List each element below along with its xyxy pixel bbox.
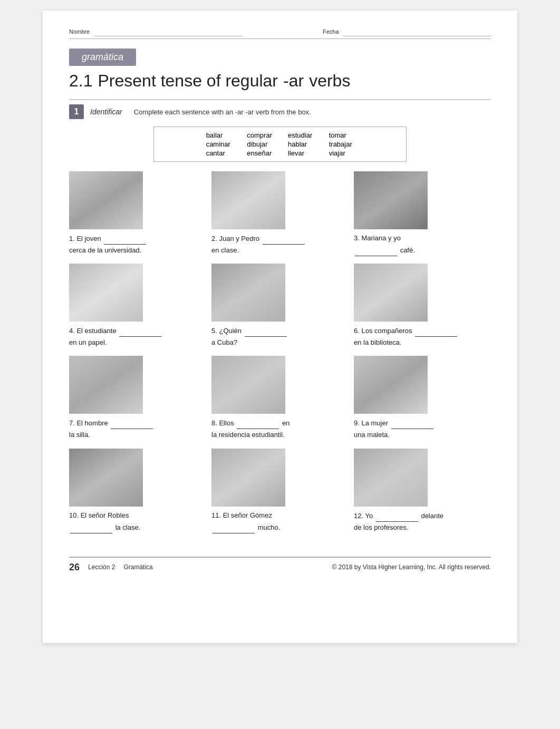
exercise-3-image — [354, 171, 428, 229]
activity-number: 1 — [69, 104, 84, 119]
word-box-inner: bailar comprar estudiar tomar caminar di… — [206, 131, 354, 157]
image-placeholder-8 — [211, 356, 285, 414]
ex5-num: 5. ¿Quién — [211, 327, 244, 335]
ex11-blank[interactable] — [213, 521, 255, 533]
nombre-field[interactable] — [94, 26, 242, 36]
activity-header: 1 Identificar Complete each sentence wit… — [69, 99, 491, 119]
ex10-blank[interactable] — [70, 521, 112, 533]
ex7-blank[interactable] — [111, 417, 153, 429]
ex8-mid: en — [282, 419, 289, 427]
section-title: 2.1 Present tense of regular -ar verbs — [69, 71, 491, 91]
word-box: bailar comprar estudiar tomar caminar di… — [153, 127, 407, 162]
image-placeholder-2 — [211, 171, 285, 229]
ex3-rest: café. — [400, 246, 415, 254]
ex3-num: 3. Mariana y yo — [354, 234, 401, 242]
ex8-rest: la residencia estudiantil. — [211, 431, 285, 439]
exercise-2-sentence: 2. Juan y Pedro en clase. — [211, 232, 306, 256]
ex9-blank[interactable] — [391, 417, 433, 429]
ex1-blank[interactable] — [104, 232, 146, 245]
ex1-rest: cerca de la universidad. — [69, 246, 141, 254]
ex12-mid: delante — [421, 512, 443, 520]
exercise-7: 7. El hombre la silla. — [69, 356, 206, 441]
image-placeholder-5 — [211, 264, 285, 322]
exercise-9-sentence: 9. La mujer una maleta. — [354, 417, 435, 441]
exercise-5: 5. ¿Quién a Cuba? — [211, 264, 349, 348]
ex4-rest: en un papel. — [69, 338, 107, 346]
exercise-7-sentence: 7. El hombre la silla. — [69, 417, 154, 441]
exercise-1-sentence: 1. El joven cerca de la universidad. — [69, 232, 147, 256]
header: Nombre Fecha — [69, 26, 491, 39]
word-2: comprar — [247, 131, 272, 139]
ex4-num: 4. El estudiante — [69, 327, 118, 335]
exercise-6-sentence: 6. Los compañeros en la biblioteca. — [354, 325, 458, 348]
fecha-field[interactable] — [343, 26, 491, 36]
ex1-num: 1. El joven — [69, 235, 103, 242]
word-9: cantar — [206, 149, 231, 157]
exercise-8-image — [211, 356, 285, 414]
ex2-num: 2. Juan y Pedro — [211, 235, 262, 242]
exercise-6-image — [354, 264, 428, 322]
ex6-blank[interactable] — [415, 325, 457, 337]
exercise-11-image — [211, 449, 285, 507]
exercise-10: 10. El señor Robles la clase. — [69, 449, 206, 533]
exercise-7-image — [69, 356, 143, 414]
ex11-rest: mucho. — [258, 523, 281, 531]
ex8-blank[interactable] — [237, 417, 279, 429]
exercise-5-image — [211, 264, 285, 322]
exercise-3: 3. Mariana y yo café. — [354, 171, 491, 256]
word-1: bailar — [206, 131, 231, 139]
exercises-grid: 1. El joven cerca de la universidad. 2. … — [69, 171, 491, 541]
word-8: trabajar — [329, 140, 354, 148]
exercise-4: 4. El estudiante en un papel. — [69, 264, 206, 348]
ex10-num: 10. El señor Robles — [69, 511, 129, 519]
word-12: viajar — [329, 149, 354, 157]
ex6-rest: en la biblioteca. — [354, 338, 401, 346]
exercise-1: 1. El joven cerca de la universidad. — [69, 171, 206, 256]
exercise-4-sentence: 4. El estudiante en un papel. — [69, 325, 162, 348]
image-placeholder-9 — [354, 356, 428, 414]
word-7: hablar — [288, 140, 313, 148]
ex7-num: 7. El hombre — [69, 419, 110, 427]
ex12-blank[interactable] — [376, 510, 418, 522]
word-6: dibujar — [247, 140, 272, 148]
exercise-2: 2. Juan y Pedro en clase. — [211, 171, 349, 256]
page-number: 26 — [69, 562, 80, 573]
exercise-10-image — [69, 449, 143, 507]
ex8-num: 8. Ellos — [211, 419, 236, 427]
section-word: verbs — [309, 71, 350, 91]
image-placeholder-3 — [354, 171, 428, 229]
image-placeholder-10 — [69, 449, 143, 507]
image-placeholder-11 — [211, 449, 285, 507]
activity-instruction: Complete each sentence with an -ar -ar v… — [134, 108, 311, 116]
section-dash: -ar — [283, 71, 304, 91]
ex9-rest: una maleta. — [354, 431, 390, 439]
word-11: llevar — [288, 149, 313, 157]
ex12-rest: de los profesores. — [354, 523, 408, 531]
ex4-blank[interactable] — [119, 325, 161, 337]
image-placeholder-4 — [69, 264, 143, 322]
word-10: enseñar — [247, 149, 272, 157]
exercise-4-image — [69, 264, 143, 322]
exercise-11-sentence: 11. El señor Gómez mucho. — [211, 510, 280, 533]
image-placeholder-1 — [69, 171, 143, 229]
ex12-num: 12. Yo — [354, 512, 375, 520]
ex3-blank[interactable] — [355, 244, 397, 256]
exercise-6: 6. Los compañeros en la biblioteca. — [354, 264, 491, 348]
ex10-rest: la clase. — [115, 523, 141, 531]
footer-copyright: © 2018 by Vista Higher Learning, Inc. Al… — [332, 563, 491, 571]
ex11-num: 11. El señor Gómez — [211, 511, 272, 519]
exercise-11: 11. El señor Gómez mucho. — [211, 449, 349, 533]
exercise-8: 8. Ellos en la residencia estudiantil. — [211, 356, 349, 441]
exercise-10-sentence: 10. El señor Robles la clase. — [69, 510, 140, 533]
exercise-12-image — [354, 449, 428, 507]
footer-left: 26 Lección 2 Gramática — [69, 562, 153, 573]
nombre-section: Nombre — [69, 26, 242, 36]
ex5-blank[interactable] — [245, 325, 287, 337]
section-title-text: Present tense of regular — [98, 71, 278, 91]
ex2-rest: en clase. — [211, 246, 239, 254]
exercise-9: 9. La mujer una maleta. — [354, 356, 491, 441]
word-5: caminar — [206, 140, 231, 148]
ex2-blank[interactable] — [263, 232, 305, 245]
activity-title: Identificar — [90, 108, 122, 116]
ex7-rest: la silla. — [69, 431, 90, 439]
